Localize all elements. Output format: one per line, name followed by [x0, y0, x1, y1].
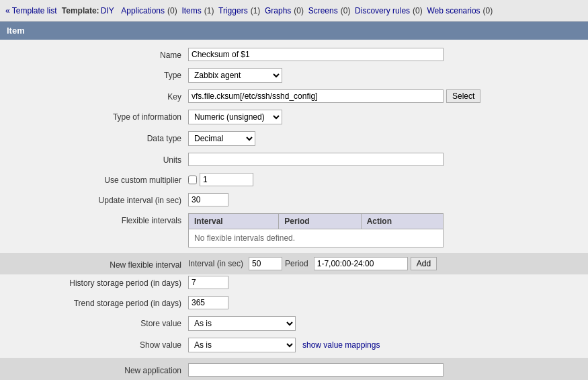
- show-row: Show value As is show value mappings: [0, 336, 588, 354]
- nav-screens-count: (0): [341, 6, 355, 15]
- store-label: Store value: [0, 316, 188, 328]
- item-form: Name Type Zabbix agent Key Select Type o…: [0, 40, 588, 380]
- datatype-control: Decimal: [188, 131, 588, 146]
- nav-applications[interactable]: Applications: [121, 6, 165, 15]
- flex-no-data-row: No flexible intervals defined.: [189, 229, 444, 248]
- multiplier-control: [188, 173, 588, 186]
- multiplier-label: Use custom multiplier: [0, 173, 188, 185]
- template-prefix: Template:: [62, 6, 99, 15]
- new-flex-period-input[interactable]: [314, 257, 408, 270]
- nav-graphs-count: (0): [294, 6, 308, 15]
- new-app-row: New application: [0, 358, 588, 380]
- store-control: As is: [188, 316, 588, 331]
- name-row: Name: [0, 46, 588, 63]
- update-label: Update interval (in sec): [0, 193, 188, 205]
- multiplier-input[interactable]: [200, 173, 253, 186]
- trend-control: [188, 296, 588, 309]
- history-input[interactable]: [188, 276, 228, 289]
- trend-row: Trend storage period (in days): [0, 295, 588, 311]
- nav-items[interactable]: Items: [181, 6, 201, 15]
- datatype-label: Data type: [0, 131, 188, 143]
- flex-col-interval: Interval: [189, 214, 279, 229]
- new-app-label: New application: [0, 363, 188, 375]
- store-select[interactable]: As is: [188, 316, 296, 331]
- nav-screens[interactable]: Screens: [308, 6, 338, 15]
- update-control: [188, 193, 588, 206]
- units-control: [188, 153, 588, 166]
- new-app-input[interactable]: [188, 363, 444, 377]
- type-row: Type Zabbix agent: [0, 67, 588, 84]
- top-navigation: « Template list Template: DIY Applicatio…: [0, 0, 588, 22]
- store-row: Store value As is: [0, 315, 588, 332]
- nav-triggers-count: (1): [251, 6, 265, 15]
- nav-triggers[interactable]: Triggers: [218, 6, 248, 15]
- key-control: Select: [188, 89, 588, 103]
- history-row: History storage period (in days): [0, 274, 588, 291]
- update-input[interactable]: [188, 193, 228, 206]
- show-control: As is show value mappings: [188, 338, 588, 352]
- datatype-row: Data type Decimal: [0, 130, 588, 147]
- type-label: Type: [0, 68, 188, 80]
- nav-sep2: [116, 6, 120, 15]
- name-control: [188, 48, 588, 61]
- new-flex-control: Interval (in sec) Period Add: [188, 257, 588, 270]
- type-control: Zabbix agent: [188, 68, 588, 83]
- typeinfo-control: Numeric (unsigned): [188, 110, 588, 124]
- new-flex-label: New flexible interval: [0, 258, 188, 270]
- nav-discovery[interactable]: Discovery rules: [355, 6, 410, 15]
- nav-separator: [58, 6, 60, 15]
- new-app-control: [188, 363, 588, 377]
- units-input[interactable]: [188, 153, 444, 166]
- section-header: Item: [0, 22, 588, 40]
- history-label: History storage period (in days): [0, 276, 188, 288]
- nav-applications-count: (0): [167, 6, 181, 15]
- nav-items-count: (1): [204, 6, 218, 15]
- type-select[interactable]: Zabbix agent: [188, 68, 282, 83]
- trend-label: Trend storage period (in days): [0, 296, 188, 308]
- show-select[interactable]: As is: [188, 338, 296, 352]
- typeinfo-select[interactable]: Numeric (unsigned): [188, 110, 282, 124]
- name-input[interactable]: [188, 48, 444, 61]
- select-button[interactable]: Select: [446, 89, 480, 103]
- multiplier-row: Use custom multiplier: [0, 172, 588, 188]
- flex-label: Flexible intervals: [0, 213, 188, 225]
- template-name-link[interactable]: DIY: [101, 6, 114, 15]
- key-row: Key Select: [0, 88, 588, 104]
- key-label: Key: [0, 89, 188, 102]
- typeinfo-label: Type of information: [0, 110, 188, 122]
- new-flex-row: New flexible interval Interval (in sec) …: [0, 253, 588, 274]
- typeinfo-row: Type of information Numeric (unsigned): [0, 108, 588, 126]
- nav-webscenarios-count: (0): [483, 6, 493, 15]
- flex-empty-text: No flexible intervals defined.: [189, 229, 444, 248]
- nav-graphs[interactable]: Graphs: [265, 6, 291, 15]
- update-row: Update interval (in sec): [0, 192, 588, 208]
- units-row: Units: [0, 151, 588, 167]
- show-mappings-link[interactable]: show value mappings: [302, 340, 380, 350]
- multiplier-checkbox[interactable]: [188, 176, 197, 184]
- name-label: Name: [0, 48, 188, 60]
- new-flex-add-button[interactable]: Add: [411, 257, 437, 270]
- key-input[interactable]: [188, 89, 444, 103]
- new-app-form-row: New application: [0, 362, 588, 378]
- nav-webscenarios[interactable]: Web scenarios: [427, 6, 480, 15]
- nav-discovery-count: (0): [413, 6, 427, 15]
- history-control: [188, 276, 588, 289]
- flex-row: Flexible intervals Interval Period Actio…: [0, 212, 588, 249]
- flex-control: Interval Period Action No flexible inter…: [188, 213, 588, 248]
- datatype-select[interactable]: Decimal: [188, 131, 255, 146]
- show-label: Show value: [0, 338, 188, 350]
- new-flex-sec-input[interactable]: [249, 257, 282, 270]
- flex-col-action: Action: [361, 214, 443, 229]
- trend-input[interactable]: [188, 296, 228, 309]
- new-flex-sec-label: Interval (in sec): [188, 259, 243, 268]
- units-label: Units: [0, 153, 188, 165]
- new-flex-period-label: Period: [285, 259, 308, 268]
- flex-intervals-table: Interval Period Action No flexible inter…: [188, 213, 444, 248]
- flex-col-period: Period: [279, 214, 361, 229]
- template-list-link[interactable]: « Template list: [5, 6, 56, 15]
